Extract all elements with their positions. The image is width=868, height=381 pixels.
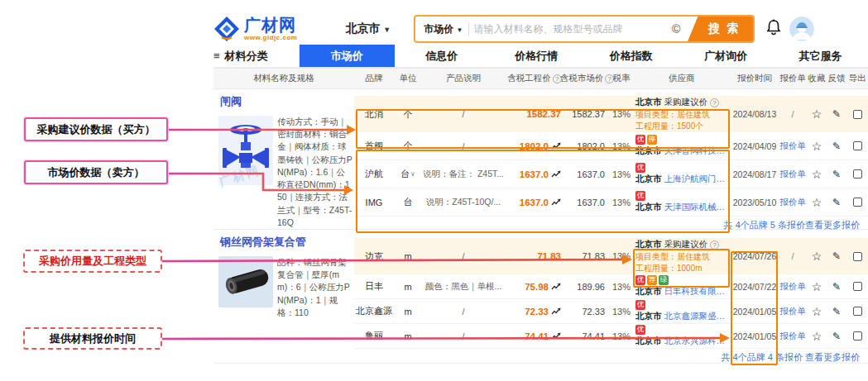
tab-market-price[interactable]: 市场价 xyxy=(300,45,395,67)
feedback-pencil-icon[interactable]: ✎ xyxy=(832,169,841,180)
main-panel: 广材网 www.gldjc.com 北京市 ▼ 市场价 ▼ © 搜索 xyxy=(213,0,868,381)
quote-sheet-link[interactable]: 报价单 xyxy=(779,306,806,317)
material-catalog-button[interactable]: ≡ 材料分类 xyxy=(213,45,300,67)
badge-green: 绿 xyxy=(659,275,669,285)
quote-date: 2024/08/17 xyxy=(731,169,779,179)
price-mkt-cell: 1637.0 xyxy=(564,169,610,179)
search-input[interactable] xyxy=(474,23,665,35)
feedback-pencil-icon[interactable]: ✎ xyxy=(832,140,841,152)
badge-recommended: 荐 xyxy=(647,275,657,285)
export-checkbox[interactable] xyxy=(853,169,862,179)
col-supplier: 供应商 xyxy=(633,73,731,84)
unit-dropdown-icon[interactable]: ∨ xyxy=(410,170,415,178)
unit-cell: m xyxy=(394,331,422,341)
supplier-link[interactable]: 北京永兴源科技有限公司 xyxy=(664,336,731,347)
supplier-link[interactable]: 天津国际机械有限公司 xyxy=(664,202,731,213)
quote-date: 2023/05/10 xyxy=(731,198,779,207)
supplier-link[interactable]: 上海沪航阀门有限公司北.. xyxy=(664,174,731,185)
export-checkbox[interactable] xyxy=(853,282,862,291)
trend-up-icon[interactable] xyxy=(551,198,561,207)
trend-up-icon[interactable] xyxy=(551,283,561,291)
favorite-star-icon[interactable]: ☆ xyxy=(812,250,822,263)
export-checkbox[interactable] xyxy=(853,110,862,119)
trend-up-icon[interactable] xyxy=(551,170,561,179)
feedback-pencil-icon[interactable]: ✎ xyxy=(832,331,841,342)
col-fav: 收藏 xyxy=(807,73,827,84)
menu-icon: ≡ xyxy=(213,50,220,62)
tab-price-index[interactable]: 价格指数 xyxy=(584,45,679,67)
notification-bell-icon[interactable] xyxy=(766,19,781,39)
col-name: 材料名称及规格 xyxy=(213,73,354,84)
help-icon[interactable]: ? xyxy=(710,98,719,107)
camera-search-icon[interactable]: © xyxy=(665,22,687,36)
site-logo[interactable]: 广材网 www.gldjc.com xyxy=(213,16,297,42)
badge-premium: 优 xyxy=(635,325,645,335)
export-checkbox[interactable] xyxy=(853,198,862,207)
price-mkt-cell: 74.41 xyxy=(564,331,610,341)
tab-other-services[interactable]: 其它服务 xyxy=(774,45,868,67)
product-image-valve[interactable] xyxy=(218,116,273,185)
favorite-star-icon[interactable]: ☆ xyxy=(812,140,822,153)
composite-pipe-image xyxy=(221,260,271,304)
feedback-pencil-icon[interactable]: ✎ xyxy=(832,197,841,208)
table-header: 材料名称及规格 品牌 单位 产品说明 含税工程价? 含税市场价? 税率 供应商 … xyxy=(213,68,868,89)
quote-sheet-link[interactable]: 报价单 xyxy=(779,197,806,208)
export-checkbox[interactable] xyxy=(853,307,862,316)
supplier-link[interactable]: 北京鑫源聚盛物资有限公司 xyxy=(664,311,731,322)
city-selector[interactable]: 北京市 ▼ xyxy=(345,21,391,36)
favorite-star-icon[interactable]: ☆ xyxy=(812,280,822,293)
export-checkbox[interactable] xyxy=(853,141,862,150)
logo-diamond-icon xyxy=(213,16,240,42)
quote-date: 2024/01/05 xyxy=(731,307,779,317)
price-eng-cell: 1582.37 xyxy=(505,109,564,119)
export-checkbox[interactable] xyxy=(853,331,862,341)
price-eng-cell: 74.41 xyxy=(505,331,564,341)
favorite-star-icon[interactable]: ☆ xyxy=(812,107,822,121)
search-button[interactable]: 搜索 xyxy=(687,15,753,43)
supplier-link[interactable]: 日丰科技有限公司 xyxy=(664,286,731,298)
tab-info-price[interactable]: 信息价 xyxy=(395,45,490,67)
favorite-star-icon[interactable]: ☆ xyxy=(812,330,822,343)
unit-cell: 台∨ xyxy=(394,168,422,180)
more-quotes-link[interactable]: 查看更多报价 xyxy=(805,220,860,230)
brand-cell: 沪航 xyxy=(354,168,394,180)
tab-inquiry[interactable]: 广材询价 xyxy=(679,45,774,67)
feedback-pencil-icon[interactable]: ✎ xyxy=(832,108,841,120)
favorite-star-icon[interactable]: ☆ xyxy=(812,305,822,318)
trend-up-icon[interactable] xyxy=(551,142,561,150)
col-quote: 报价单 xyxy=(779,73,807,84)
brand-cell: IMG xyxy=(354,198,394,207)
favorite-star-icon[interactable]: ☆ xyxy=(812,168,822,181)
feedback-pencil-icon[interactable]: ✎ xyxy=(832,306,841,317)
price-eng-cell: 71.83 xyxy=(505,251,564,261)
quote-date: 2024/08/13 xyxy=(731,109,779,119)
tab-price-trend[interactable]: 价格行情 xyxy=(489,45,584,67)
help-icon[interactable]: ? xyxy=(710,241,719,250)
quote-sheet-link[interactable]: 报价单 xyxy=(779,331,806,342)
desc-cell: 说明：备注： Z45T... xyxy=(422,169,505,180)
price-eng-cell: 1637.0 xyxy=(505,169,564,179)
desc-cell: / xyxy=(422,109,505,119)
price-mkt-cell: 1802.0 xyxy=(564,141,610,151)
quote-sheet-link[interactable]: 报价单 xyxy=(779,140,806,152)
search-type-dropdown[interactable]: 市场价 ▼ xyxy=(415,22,468,36)
material-title[interactable]: 闸阀 xyxy=(213,89,354,109)
brand-cell: 北京鑫源 xyxy=(354,305,394,317)
favorite-star-icon[interactable]: ☆ xyxy=(812,196,822,209)
feedback-pencil-icon[interactable]: ✎ xyxy=(832,250,841,262)
supplier-link[interactable]: 天津首阀科技有限公司 xyxy=(664,145,731,157)
feedback-pencil-icon[interactable]: ✎ xyxy=(832,281,841,293)
tax-rate: 13% xyxy=(610,109,633,119)
trend-up-icon[interactable] xyxy=(551,332,561,341)
user-avatar[interactable] xyxy=(789,17,814,41)
export-checkbox[interactable] xyxy=(853,252,862,261)
quote-sheet-link[interactable]: 报价单 xyxy=(779,169,806,180)
more-quotes-link[interactable]: 查看更多报价 xyxy=(805,352,860,362)
divider xyxy=(468,22,469,36)
table-row: 北消 个 / 1582.37 1582.37 13% 北京市采购建议价? 项目类… xyxy=(354,96,868,132)
price-eng-cell: 72.33 xyxy=(505,307,564,317)
material-title[interactable]: 钢丝网骨架复合管 xyxy=(213,230,354,250)
quote-sheet-link[interactable]: 报价单 xyxy=(779,281,806,293)
trend-up-icon[interactable] xyxy=(551,307,561,316)
product-image-pipe[interactable] xyxy=(218,256,273,307)
